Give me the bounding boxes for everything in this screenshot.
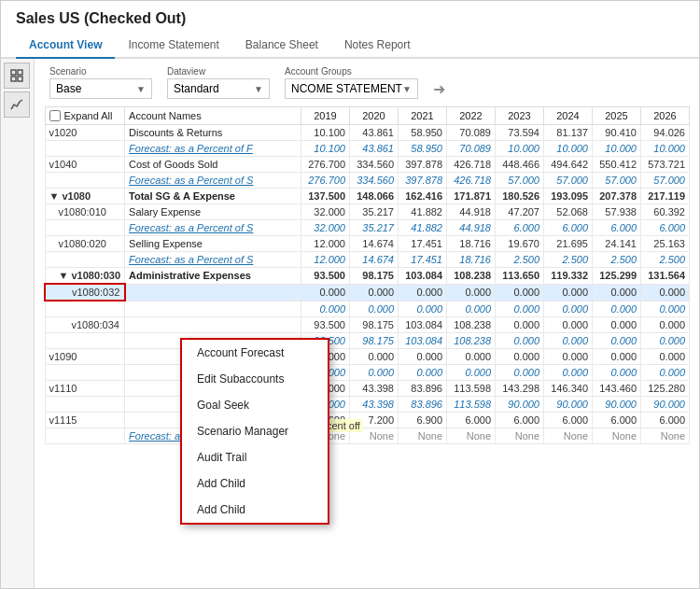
scenario-select[interactable]: Base ▼ (49, 78, 152, 99)
content-panel: Scenario Base ▼ Dataview Standard ▼ Acco… (1, 59, 699, 588)
chart-icon[interactable] (4, 91, 30, 118)
row-id-v1080034: v1080:034 (45, 316, 125, 332)
forecast-link-v1020[interactable]: Forecast: as a Percent of F (125, 141, 301, 157)
tab-notes-report[interactable]: Notes Report (331, 33, 424, 59)
table-row: v1115 7.6007.2006.9006.000 6.0006.0006.0… (45, 412, 690, 428)
row-id-v1080: ▼ v1080 (45, 189, 125, 204)
dataview-select[interactable]: Standard ▼ (167, 78, 270, 99)
data-grid: Expand All Account Names 2019 2020 2021 … (44, 106, 690, 444)
row-name-v1080020: Selling Expense (125, 236, 301, 252)
table-row: ▼ v1080:030 Administrative Expenses 93.5… (45, 268, 690, 285)
table-row: v1080:010 Salary Expense 32.00035.21741.… (45, 204, 690, 220)
th-2025: 2025 (593, 107, 641, 125)
table-row: v1110 40.00043.39883.896113.598 143.2981… (45, 380, 690, 396)
th-2019: 2019 (301, 107, 350, 125)
expand-all-label: Expand All (64, 110, 113, 121)
row-id-v1080010: v1080:010 (45, 204, 125, 220)
table-row: ▼ v1080 Total SG & A Expense 137.500148.… (45, 189, 690, 204)
th-2024: 2024 (544, 107, 593, 125)
svg-rect-2 (11, 77, 16, 81)
table-row: 0.0000.0000.0000.000 0.0000.0000.0000.00… (45, 364, 690, 380)
account-groups-arrow-icon: ▼ (402, 84, 412, 94)
table-row: v1090 0.0000.0000.0000.000 0.0000.0000.0… (45, 348, 690, 364)
row-id-v1080020: v1080:020 (45, 236, 125, 252)
context-menu: Account Forecast Edit Subaccounts Goal S… (180, 338, 329, 525)
row-name-v1080030: Administrative Expenses (125, 268, 301, 285)
main-content: Scenario Base ▼ Dataview Standard ▼ Acco… (35, 59, 699, 588)
forecast-link-v1040[interactable]: Forecast: as a Percent of S (125, 173, 301, 189)
table-row: 40.00043.39883.896113.598 90.00090.00090… (45, 396, 690, 412)
table-row: Forecast: as a Percent of F 10.10043.861… (45, 141, 690, 157)
row-id-v1115: v1115 (45, 412, 125, 428)
grid-icon[interactable] (4, 63, 30, 89)
context-menu-item-audit-trail[interactable]: Audit Trail (182, 444, 328, 470)
forecast-link-v1080020[interactable]: Forecast: as a Percent of S (125, 252, 301, 268)
row-id-v1080030: ▼ v1080:030 (45, 268, 125, 285)
row-name-v1080034 (125, 316, 301, 332)
page-title: Sales US (Checked Out) (1, 1, 699, 33)
table-row: v1040 Cost of Goods Sold 276.700334.5603… (45, 157, 690, 173)
scenario-label: Scenario (49, 66, 152, 77)
svg-rect-1 (18, 70, 22, 75)
table-row: v1020 Discounts & Returns 10.10043.86158… (45, 125, 690, 141)
tab-account-view[interactable]: Account View (16, 33, 115, 59)
table-row: 0.0000.0000.0000.000 0.0000.0000.0000.00… (45, 301, 690, 316)
forecast-link-v1080010[interactable]: Forecast: as a Percent of S (125, 220, 301, 236)
dataview-label: Dataview (167, 66, 270, 77)
row-id-v1080032: v1080:032 (45, 284, 125, 301)
th-2020: 2020 (350, 107, 399, 125)
account-groups-label: Account Groups (285, 66, 418, 77)
th-account-names: Account Names (125, 107, 301, 125)
app-container: Sales US (Checked Out) Account View Inco… (0, 0, 700, 589)
context-menu-item-goal-seek[interactable]: Goal Seek (182, 392, 328, 418)
th-2021: 2021 (399, 107, 447, 125)
dataview-group: Dataview Standard ▼ (167, 66, 270, 99)
context-menu-item-edit-subaccounts[interactable]: Edit Subaccounts (182, 366, 328, 392)
row-name-v1080032 (125, 284, 301, 301)
table-row: Forecast: as a Percent of S 12.00014.674… (45, 252, 690, 268)
th-2023: 2023 (496, 107, 544, 125)
tab-bar: Account View Income Statement Balance Sh… (1, 33, 699, 59)
th-2022: 2022 (447, 107, 496, 125)
svg-rect-3 (18, 77, 22, 81)
row-id-v1090: v1090 (45, 348, 125, 364)
row-id-v1110: v1110 (45, 380, 125, 396)
scenario-group: Scenario Base ▼ (49, 66, 152, 99)
table-row: Forecast: as sum of cash None None None … (45, 428, 690, 443)
navigate-arrow-icon[interactable]: ➜ (433, 80, 445, 98)
row-name-v1040: Cost of Goods Sold (125, 157, 301, 173)
svg-rect-0 (11, 70, 16, 75)
dataview-arrow-icon: ▼ (254, 84, 263, 94)
row-id-v1040: v1040 (45, 157, 125, 173)
th-2026: 2026 (641, 107, 690, 125)
context-menu-item-account-forecast[interactable]: Account Forecast (182, 340, 328, 366)
icon-sidebar (1, 59, 35, 588)
forecast-link-v1080032[interactable] (125, 301, 301, 316)
tab-income-statement[interactable]: Income Statement (115, 33, 231, 59)
context-menu-item-add-child[interactable]: Add Child (182, 470, 328, 497)
tab-balance-sheet[interactable]: Balance Sheet (232, 33, 331, 59)
row-name-v1020: Discounts & Returns (125, 125, 301, 141)
row-name-v1080: Total SG & A Expense (125, 189, 301, 204)
toolbar: Scenario Base ▼ Dataview Standard ▼ Acco… (35, 59, 699, 106)
table-row: v1080:032 0.0000.0000.0000.000 0.0000.00… (45, 284, 690, 301)
account-groups-group: Account Groups NCOME STATEMENT ▼ (285, 66, 418, 99)
expand-all-checkbox[interactable] (49, 110, 61, 121)
row-id-v1020: v1020 (45, 125, 125, 141)
context-menu-item-scenario-manager[interactable]: Scenario Manager (182, 418, 328, 444)
table-row: v1080:034 93.50098.175103.084108.238 0.0… (45, 316, 690, 332)
table-row: 93.50098.175103.084108.238 0.0000.0000.0… (45, 332, 690, 348)
th-expand-all: Expand All (45, 107, 125, 125)
table-row: Forecast: as a Percent of S 32.00035.217… (45, 220, 690, 236)
table-row: v1080:020 Selling Expense 12.00014.67417… (45, 236, 690, 252)
grid-container: Expand All Account Names 2019 2020 2021 … (35, 106, 699, 588)
account-groups-select[interactable]: NCOME STATEMENT ▼ (285, 78, 418, 99)
scenario-arrow-icon: ▼ (136, 84, 146, 94)
table-row: Forecast: as a Percent of S 276.700334.5… (45, 173, 690, 189)
row-name-v1080010: Salary Expense (125, 204, 301, 220)
context-menu-item-add-child-2[interactable]: Add Child (182, 497, 328, 523)
